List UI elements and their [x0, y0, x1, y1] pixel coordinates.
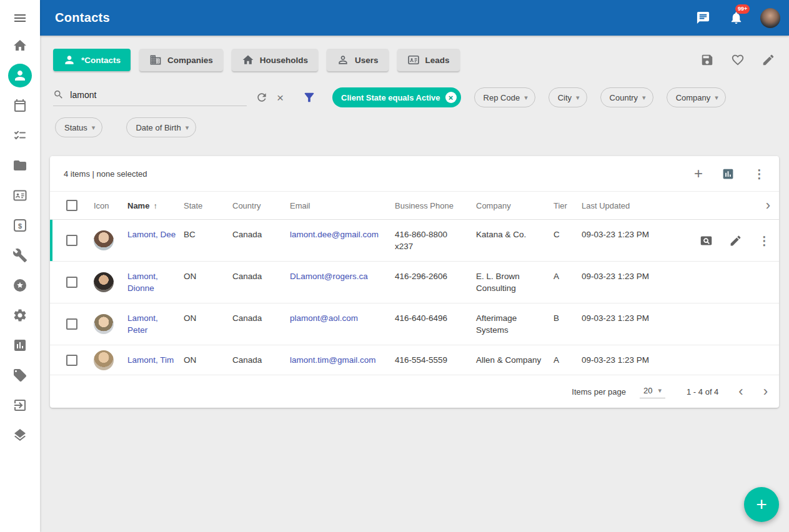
sidebar-item-featured[interactable] — [5, 270, 35, 300]
column-last-updated[interactable]: Last Updated — [582, 201, 670, 210]
email-link[interactable]: DLamont@rogers.ca — [290, 272, 368, 281]
tab-contacts[interactable]: *Contacts — [53, 49, 131, 71]
email-link[interactable]: plamont@aol.com — [290, 313, 358, 323]
tab-label: *Contacts — [81, 56, 121, 65]
table-menu-button[interactable]: ⋮ — [753, 168, 765, 180]
search-filter-row: × Client State equals Active × Rep Code … — [40, 71, 789, 107]
sidebar-item-contact-card[interactable] — [5, 180, 35, 210]
pencil-icon — [762, 53, 775, 67]
plus-icon: + — [694, 165, 703, 182]
add-item-button[interactable]: + — [694, 166, 703, 181]
filter-chip-company[interactable]: Company ▾ — [667, 87, 726, 107]
column-company[interactable]: Company — [476, 201, 553, 210]
checklist-icon — [12, 128, 27, 143]
tab-label: Users — [355, 56, 379, 65]
cell-country: Canada — [232, 303, 290, 345]
user-avatar[interactable] — [760, 8, 780, 28]
email-link[interactable]: lamont.tim@gmail.com — [290, 355, 376, 365]
cell-business-phone: 416-296-2606 — [395, 262, 476, 303]
email-link[interactable]: lamont.dee@gmail.com — [290, 230, 379, 239]
sidebar-item-documents[interactable] — [5, 150, 35, 180]
save-view-button[interactable] — [700, 53, 714, 67]
contact-name-link[interactable]: Lamont, Dee — [127, 230, 176, 239]
add-contact-fab[interactable]: + — [744, 487, 779, 522]
column-state[interactable]: State — [184, 201, 232, 210]
sidebar-item-reports[interactable] — [5, 330, 35, 360]
previous-page-button[interactable]: ‹ — [738, 385, 743, 398]
filter-chip-city[interactable]: City ▾ — [548, 87, 587, 107]
sidebar-item-billing[interactable]: $ — [5, 210, 35, 240]
table-row[interactable]: Lamont, Dionne ON Canada DLamont@rogers.… — [50, 262, 779, 303]
close-icon: × — [277, 91, 284, 104]
vertical-dots-icon: ⋮ — [753, 167, 765, 180]
remove-filter-button[interactable]: × — [445, 92, 457, 103]
tab-households[interactable]: Households — [232, 49, 318, 71]
entity-tabs-row: *Contacts Companies Households Users Lea… — [40, 36, 789, 71]
applied-filter-chip[interactable]: Client State equals Active × — [332, 87, 460, 107]
sidebar-item-layers[interactable] — [5, 420, 35, 450]
edit-button[interactable] — [729, 234, 742, 247]
refresh-search-button[interactable] — [256, 91, 268, 104]
notifications-button[interactable]: 99+ — [727, 9, 745, 27]
column-country[interactable]: Country — [232, 201, 290, 210]
tab-label: Households — [260, 56, 308, 65]
edit-view-button[interactable] — [762, 53, 775, 67]
sidebar-item-calendar[interactable] — [5, 91, 35, 121]
sidebar: $ — [0, 0, 40, 532]
sidebar-item-tasks[interactable] — [5, 121, 35, 150]
contact-card-icon — [12, 188, 27, 203]
search-field — [53, 89, 247, 106]
items-per-page-select[interactable]: 20 ▾ — [640, 385, 665, 398]
menu-button[interactable] — [12, 9, 27, 27]
row-checkbox[interactable] — [66, 235, 77, 246]
preview-button[interactable] — [700, 234, 713, 247]
filter-chip-rep-code[interactable]: Rep Code ▾ — [474, 87, 535, 107]
row-checkbox[interactable] — [66, 355, 77, 366]
sidebar-item-tools[interactable] — [5, 240, 35, 270]
sidebar-item-exit[interactable] — [5, 390, 35, 420]
filter-chip-country[interactable]: Country ▾ — [600, 87, 653, 107]
wrench-icon — [12, 248, 27, 263]
table-row[interactable]: Lamont, Dee BC Canada lamont.dee@gmail.c… — [50, 220, 779, 262]
chip-label: Country — [610, 93, 638, 102]
column-name[interactable]: Name↑ — [127, 201, 184, 210]
next-page-button[interactable]: › — [763, 385, 768, 398]
search-input[interactable] — [70, 90, 247, 100]
table-row[interactable]: Lamont, Peter ON Canada plamont@aol.com … — [50, 303, 779, 345]
active-item-indicator — [8, 64, 32, 87]
page-title: Contacts — [55, 11, 110, 25]
tab-users[interactable]: Users — [327, 49, 389, 71]
cell-last-updated: 09-03-23 1:23 PM — [582, 220, 670, 261]
scroll-columns-right-button[interactable]: › — [766, 199, 770, 212]
filter-chip-date-of-birth[interactable]: Date of Birth ▾ — [126, 117, 196, 137]
column-chart-button[interactable] — [722, 167, 735, 180]
contact-name-link[interactable]: Lamont, Tim — [127, 355, 174, 365]
contact-name-link[interactable]: Lamont, Dionne — [127, 272, 158, 293]
row-menu-button[interactable]: ⋮ — [758, 235, 770, 247]
cell-business-phone: 416-860-8800 x237 — [395, 220, 476, 261]
chat-button[interactable] — [694, 9, 712, 27]
clear-search-button[interactable]: × — [277, 92, 284, 104]
cell-tier: C — [553, 220, 582, 261]
filter-button[interactable] — [302, 91, 316, 104]
favorite-button[interactable] — [731, 53, 745, 67]
sidebar-item-settings[interactable] — [5, 300, 35, 330]
column-icon[interactable]: Icon — [94, 201, 127, 210]
tab-leads[interactable]: Leads — [397, 49, 460, 71]
sidebar-item-home[interactable] — [5, 31, 35, 61]
column-business-phone[interactable]: Business Phone — [395, 201, 476, 210]
row-checkbox[interactable] — [66, 318, 77, 330]
contact-name-link[interactable]: Lamont, Peter — [127, 313, 158, 335]
select-all-checkbox[interactable] — [66, 200, 77, 211]
house-icon — [242, 54, 254, 66]
tab-companies[interactable]: Companies — [139, 49, 223, 71]
table-row[interactable]: Lamont, Tim ON Canada lamont.tim@gmail.c… — [50, 345, 779, 375]
sidebar-item-contacts[interactable] — [5, 61, 35, 91]
column-tier[interactable]: Tier — [553, 201, 582, 210]
row-checkbox[interactable] — [66, 277, 77, 288]
save-icon — [700, 53, 714, 67]
sidebar-item-tags[interactable] — [5, 360, 35, 390]
main-content: *Contacts Companies Households Users Lea… — [40, 36, 789, 532]
filter-chip-status[interactable]: Status ▾ — [55, 117, 102, 137]
column-email[interactable]: Email — [290, 201, 395, 210]
